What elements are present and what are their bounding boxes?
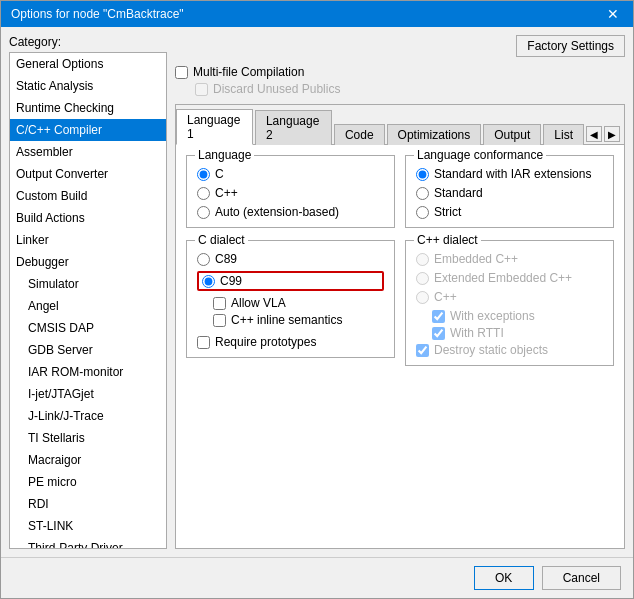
dialog: Options for node "CmBacktrace" ✕ Categor…	[0, 0, 634, 599]
conf-strict-row: Strict	[416, 205, 603, 219]
tab-prev-button[interactable]: ◀	[586, 126, 602, 142]
sidebar-item-third-party-driver[interactable]: Third-Party Driver	[10, 537, 166, 549]
allow-vla-label: Allow VLA	[231, 296, 286, 310]
top-bar: Factory Settings	[175, 35, 625, 57]
sidebar-list[interactable]: General OptionsStatic AnalysisRuntime Ch…	[9, 52, 167, 549]
allow-vla-checkbox[interactable]	[213, 297, 226, 310]
cpp-dialect-title: C++ dialect	[414, 233, 481, 247]
cpp-cpp-radio	[416, 291, 429, 304]
dialect-c89-row: C89	[197, 252, 384, 266]
tab-output[interactable]: Output	[483, 124, 541, 145]
language-radio-group: C C++ Auto (extension-based)	[197, 167, 384, 219]
dialog-body: Category: General OptionsStatic Analysis…	[1, 27, 633, 557]
sidebar-item-angel[interactable]: Angel	[10, 295, 166, 317]
tab-nav-btns: ◀ ▶	[586, 126, 624, 144]
title-bar: Options for node "CmBacktrace" ✕	[1, 1, 633, 27]
with-exceptions-checkbox[interactable]	[432, 310, 445, 323]
cpp-dialect-radio-group: Embedded C++ Extended Embedded C++ C++	[416, 252, 603, 304]
lang-auto-radio[interactable]	[197, 206, 210, 219]
sidebar-item-general-options[interactable]: General Options	[10, 53, 166, 75]
conf-iar-label: Standard with IAR extensions	[434, 167, 591, 181]
dialect-c89-radio[interactable]	[197, 253, 210, 266]
multi-file-compilation-checkbox[interactable]	[175, 66, 188, 79]
conf-standard-radio[interactable]	[416, 187, 429, 200]
sidebar-item-pe-micro[interactable]: PE micro	[10, 471, 166, 493]
with-exceptions-row: With exceptions	[416, 309, 603, 323]
discard-unused-publics-row: Discard Unused Publics	[175, 82, 625, 96]
sidebar-item-output-converter[interactable]: Output Converter	[10, 163, 166, 185]
conf-standard-label: Standard	[434, 186, 483, 200]
lang-cpp-radio[interactable]	[197, 187, 210, 200]
tab-code[interactable]: Code	[334, 124, 385, 145]
sidebar-item-jlink-jtrace[interactable]: J-Link/J-Trace	[10, 405, 166, 427]
require-prototypes-label: Require prototypes	[215, 335, 316, 349]
tab-list[interactable]: List	[543, 124, 584, 145]
cpp-cpp-row: C++	[416, 290, 603, 304]
conf-iar-row: Standard with IAR extensions	[416, 167, 603, 181]
conf-strict-label: Strict	[434, 205, 461, 219]
c-dialect-radio-group: C89 C99	[197, 252, 384, 291]
with-rtti-row: With RTTI	[416, 326, 603, 340]
sidebar-item-i-jet-jtagjet[interactable]: I-jet/JTAGjet	[10, 383, 166, 405]
sidebar-item-rdi[interactable]: RDI	[10, 493, 166, 515]
tab-optimizations[interactable]: Optimizations	[387, 124, 482, 145]
conf-strict-radio[interactable]	[416, 206, 429, 219]
conf-iar-radio[interactable]	[416, 168, 429, 181]
cpp-embedded-row: Embedded C++	[416, 252, 603, 266]
sidebar-item-static-analysis[interactable]: Static Analysis	[10, 75, 166, 97]
sidebar-item-runtime-checking[interactable]: Runtime Checking	[10, 97, 166, 119]
require-prototypes-checkbox[interactable]	[197, 336, 210, 349]
language-group-title: Language	[195, 148, 254, 162]
sidebar-item-debugger[interactable]: Debugger	[10, 251, 166, 273]
sidebar-item-linker[interactable]: Linker	[10, 229, 166, 251]
tab-language1[interactable]: Language 1	[176, 109, 253, 145]
dialect-c99-label: C99	[220, 274, 242, 288]
checkboxes-area: Multi-file Compilation Discard Unused Pu…	[175, 63, 625, 98]
c-dialect-group: C dialect C89 C99	[186, 240, 395, 358]
tab-next-button[interactable]: ▶	[604, 126, 620, 142]
cpp-extended-radio	[416, 272, 429, 285]
dialect-c99-row: C99	[197, 271, 384, 291]
sidebar: Category: General OptionsStatic Analysis…	[9, 35, 167, 549]
sidebar-item-build-actions[interactable]: Build Actions	[10, 207, 166, 229]
sidebar-item-st-link[interactable]: ST-LINK	[10, 515, 166, 537]
sidebar-item-c-cpp-compiler[interactable]: C/C++ Compiler	[10, 119, 166, 141]
ok-button[interactable]: OK	[474, 566, 534, 590]
with-rtti-label: With RTTI	[450, 326, 504, 340]
cancel-button[interactable]: Cancel	[542, 566, 621, 590]
sidebar-item-ti-stellaris[interactable]: TI Stellaris	[10, 427, 166, 449]
sidebar-item-custom-build[interactable]: Custom Build	[10, 185, 166, 207]
lang-conformance-title: Language conformance	[414, 148, 546, 162]
cpp-embedded-radio	[416, 253, 429, 266]
lang-c-label: C	[215, 167, 224, 181]
factory-settings-button[interactable]: Factory Settings	[516, 35, 625, 57]
sidebar-item-assembler[interactable]: Assembler	[10, 141, 166, 163]
cpp-cpp-label: C++	[434, 290, 457, 304]
category-label: Category:	[9, 35, 167, 49]
c-dialect-group-title: C dialect	[195, 233, 248, 247]
with-rtti-checkbox[interactable]	[432, 327, 445, 340]
lang-c-radio[interactable]	[197, 168, 210, 181]
right-column: Language conformance Standard with IAR e…	[405, 155, 614, 538]
language-group: Language C C++	[186, 155, 395, 228]
lang-c-row: C	[197, 167, 384, 181]
tabs-area: Language 1Language 2CodeOptimizationsOut…	[175, 104, 625, 549]
sidebar-item-simulator[interactable]: Simulator	[10, 273, 166, 295]
destroy-static-row: Destroy static objects	[416, 343, 603, 357]
destroy-static-checkbox[interactable]	[416, 344, 429, 357]
cpp-inline-checkbox[interactable]	[213, 314, 226, 327]
dialect-c99-radio[interactable]	[202, 275, 215, 288]
tab-language2[interactable]: Language 2	[255, 110, 332, 145]
dialect-c89-label: C89	[215, 252, 237, 266]
sidebar-item-cmsis-dap[interactable]: CMSIS DAP	[10, 317, 166, 339]
sidebar-item-gdb-server[interactable]: GDB Server	[10, 339, 166, 361]
tabs-header: Language 1Language 2CodeOptimizationsOut…	[176, 105, 624, 145]
sidebar-item-iar-rom-monitor[interactable]: IAR ROM-monitor	[10, 361, 166, 383]
close-button[interactable]: ✕	[603, 7, 623, 21]
with-exceptions-label: With exceptions	[450, 309, 535, 323]
sidebar-item-macraigor[interactable]: Macraigor	[10, 449, 166, 471]
dialog-title: Options for node "CmBacktrace"	[11, 7, 184, 21]
discard-unused-publics-checkbox	[195, 83, 208, 96]
cpp-dialect-group: C++ dialect Embedded C++ Extended Embedd…	[405, 240, 614, 366]
lang-conformance-group: Language conformance Standard with IAR e…	[405, 155, 614, 228]
